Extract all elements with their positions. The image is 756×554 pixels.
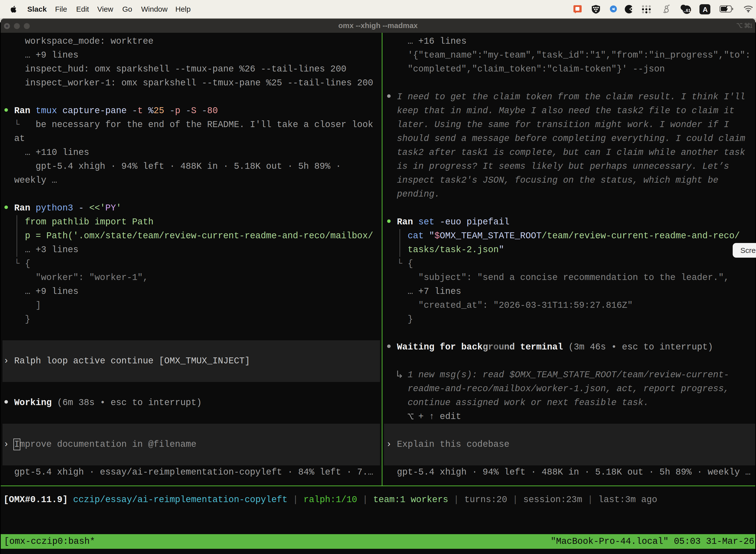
svg-text:1: 1 [750, 22, 752, 29]
svg-text:..61: ..61 [684, 8, 691, 13]
svg-text:A: A [703, 6, 708, 13]
